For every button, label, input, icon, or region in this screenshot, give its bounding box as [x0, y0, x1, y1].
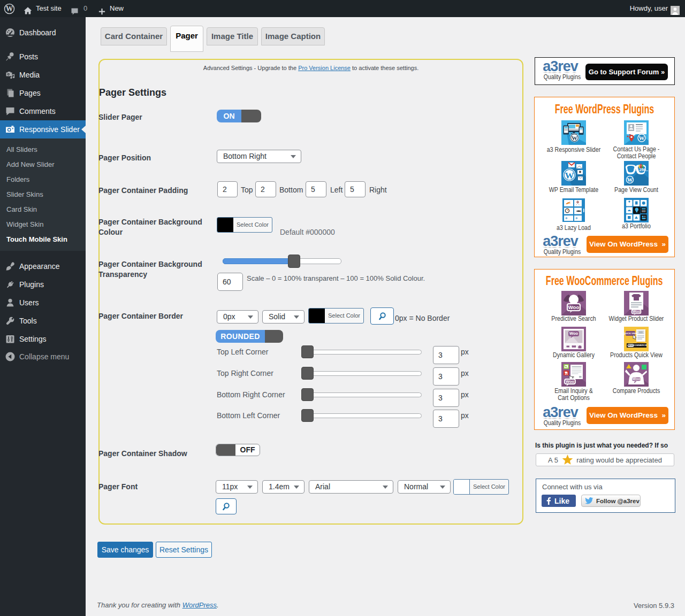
svg-text:W: W	[627, 177, 633, 183]
svg-text:COMMERCE: COMMERCE	[633, 344, 647, 346]
svg-text:10,250..: 10,250..	[634, 167, 648, 172]
svg-text:Woo: Woo	[568, 304, 580, 310]
svg-text:Woo: Woo	[632, 377, 640, 381]
svg-text:W: W	[6, 5, 13, 13]
svg-text:Woo: Woo	[566, 379, 575, 384]
svg-text:QUICK VIEW: QUICK VIEW	[624, 332, 638, 335]
svg-text:W: W	[572, 135, 577, 141]
svg-text:W: W	[565, 171, 574, 181]
svg-text:Woo: Woo	[569, 331, 579, 336]
svg-text:Woo: Woo	[633, 310, 641, 313]
svg-text:W: W	[639, 135, 645, 141]
